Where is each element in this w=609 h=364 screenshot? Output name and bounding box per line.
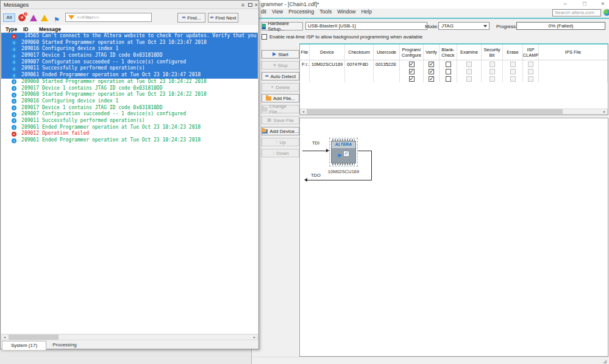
message-row[interactable]: i209017Device 1 contains JTAG ID code 0x… [1, 105, 258, 112]
menu-view[interactable]: View [272, 9, 283, 15]
delete-button[interactable]: Delete [262, 83, 299, 91]
message-row[interactable]: i209060Started Programmer operation at T… [1, 40, 258, 46]
device-chip[interactable]: ALTERA [329, 138, 358, 166]
float-window-icon[interactable] [248, 3, 252, 7]
device-table-row[interactable]: F:/...10M02SCU16900747F8D0013522E [300, 60, 608, 68]
tab-processing[interactable]: Processing [47, 341, 82, 350]
message-row[interactable]: i209061Ended Programmer operation at Tue… [1, 124, 258, 131]
save-file-button[interactable]: Save File [262, 116, 299, 124]
funnel-icon [68, 15, 74, 20]
menu-processing[interactable]: Processing [288, 9, 314, 15]
menu-dit[interactable]: dit [261, 9, 266, 15]
message-row[interactable]: i209017Device 1 contains JTAG ID code 0x… [1, 85, 258, 92]
scroll-right-icon[interactable]: ► [252, 335, 257, 340]
message-row[interactable]: i209011Successfully performed operation(… [1, 65, 258, 72]
message-row[interactable]: i209061Ended Programmer operation at Tue… [1, 72, 258, 79]
message-row[interactable]: i209017Device 1 contains JTAG ID code 0x… [1, 52, 258, 59]
message-row[interactable]: i209060Started Programmer operation at T… [1, 91, 258, 98]
auto-detect-button[interactable]: Auto Detect [262, 72, 299, 80]
filter-warnings-button[interactable] [41, 15, 49, 22]
scrollbar-thumb[interactable] [307, 109, 563, 114]
message-row[interactable]: i209011Successfully performed operation(… [1, 118, 258, 124]
scrollbar-thumb[interactable] [9, 335, 59, 340]
search-input[interactable]: Search altera.com [552, 9, 601, 16]
stop-button[interactable]: Stop [262, 61, 299, 70]
filter-critical-button[interactable] [30, 15, 38, 22]
message-id: 14565 [18, 33, 39, 40]
add-device-button[interactable]: Add Device... [262, 127, 299, 135]
option-checkbox[interactable] [446, 62, 451, 67]
message-row[interactable]: i209007Configuration succeeded -- 1 devi… [1, 111, 258, 118]
option-checkbox[interactable] [446, 76, 451, 82]
column-header[interactable]: Blank- Check [440, 45, 457, 60]
hardware-setup-button[interactable]: Hardware Setup... [262, 22, 303, 30]
check-cell [503, 68, 523, 75]
column-message[interactable]: Message [39, 26, 61, 32]
change-file-button[interactable]: Change File... [262, 105, 299, 113]
menu-icon[interactable]: ≡ [240, 2, 246, 9]
option-checkbox[interactable] [429, 76, 434, 82]
option-checkbox[interactable] [429, 62, 434, 67]
message-id: 209007 [18, 59, 39, 66]
scroll-left-icon[interactable]: ◄ [301, 109, 306, 114]
start-button[interactable]: Start [262, 50, 299, 59]
filter-flagged-button[interactable]: ⚑ [54, 13, 62, 21]
filter-placeholder: <<Filter>> [77, 15, 99, 20]
table-horizontal-scrollbar[interactable]: ◄ ► [300, 109, 608, 115]
add-file-button[interactable]: Add File... [262, 94, 299, 102]
option-checkbox[interactable] [446, 69, 451, 74]
column-header[interactable]: Program/ Configure [400, 45, 424, 60]
option-checkbox[interactable] [409, 76, 415, 82]
column-header[interactable]: ISP CLAMP [523, 45, 539, 60]
find-next-button[interactable]: Find Next [208, 13, 238, 23]
column-type[interactable]: Type [5, 26, 17, 32]
message-text: Started Programmer operation at Tue Oct … [42, 91, 207, 98]
resize-grip[interactable]: ◢ [603, 359, 607, 364]
message-text: Device 1 contains JTAG ID code 0x031810D… [42, 105, 162, 112]
option-checkbox[interactable] [409, 69, 415, 74]
find-button[interactable]: Find... [177, 13, 205, 23]
up-button[interactable]: Up [262, 138, 299, 146]
message-row[interactable]: i209007Configuration succeeded -- 1 devi… [1, 59, 258, 66]
device-table-row[interactable] [300, 75, 608, 82]
message-row[interactable]: ×209012Operation failed [1, 130, 258, 137]
tab-system[interactable]: System (17) [2, 341, 46, 350]
mode-select[interactable]: JTAG [438, 22, 490, 30]
close-icon[interactable]: × [253, 2, 260, 9]
close-button[interactable]: × [598, 1, 608, 7]
column-header[interactable]: IPS File [539, 45, 608, 60]
option-checkbox[interactable] [429, 69, 434, 74]
menu-help[interactable]: Help [361, 9, 371, 15]
isp-checkbox[interactable] [262, 34, 267, 40]
messages-horizontal-scrollbar[interactable]: ◄ ► [1, 334, 258, 340]
option-checkbox[interactable] [409, 62, 415, 67]
column-header[interactable]: Security Bit [482, 45, 503, 60]
message-text: Started Programmer operation at Tue Oct … [42, 79, 207, 85]
message-row[interactable]: i209061Ended Programmer operation at Tue… [1, 137, 258, 144]
column-header[interactable]: File [300, 45, 310, 60]
menu-tools[interactable]: Tools [319, 9, 332, 15]
message-row[interactable]: i209016Configuring device index 1 [1, 46, 258, 52]
filter-errors-button[interactable]: × 2 [18, 14, 26, 21]
column-header[interactable]: Examine [457, 45, 482, 60]
message-row[interactable]: ×14565Can't connect to the Altera websit… [1, 33, 258, 40]
minimize-button[interactable]: – [560, 1, 570, 7]
menu-bar[interactable]: ditViewProcessingToolsWindowHelp [261, 9, 377, 17]
filter-all-button[interactable]: All [3, 13, 15, 22]
message-row[interactable]: i209016Configuring device index 1 [1, 98, 258, 105]
column-header[interactable]: Erase [503, 45, 523, 60]
menu-window[interactable]: Window [337, 9, 355, 15]
message-row[interactable]: i209060Started Programmer operation at T… [1, 79, 258, 85]
scroll-left-icon[interactable]: ◄ [2, 335, 7, 340]
column-header[interactable]: Checksum [345, 45, 374, 60]
filter-input[interactable]: <<Filter>> [65, 13, 152, 22]
column-header[interactable]: Usercode [374, 45, 400, 60]
column-id[interactable]: ID [23, 26, 29, 32]
column-header[interactable]: Verify [424, 45, 440, 60]
scroll-right-icon[interactable]: ► [602, 109, 607, 114]
down-button[interactable]: Down [262, 149, 299, 157]
maximize-button[interactable]: □ [580, 1, 589, 7]
column-header[interactable]: Device [310, 45, 345, 60]
device-table-row[interactable] [300, 68, 608, 75]
cable-field[interactable]: USB-BlasterII [USB-1] [305, 22, 427, 30]
